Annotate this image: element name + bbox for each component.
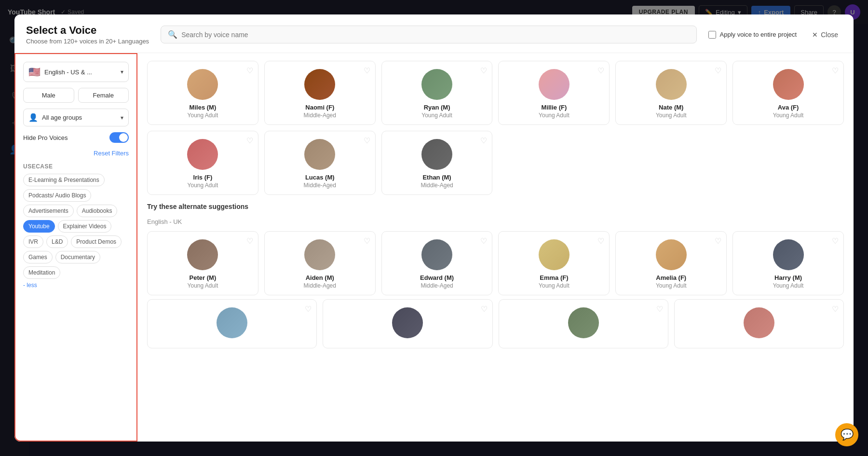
favorite-button[interactable]: ♡ <box>832 304 839 314</box>
modal-header: Select a Voice Choose from 120+ voices i… <box>14 14 854 53</box>
voice-avatar <box>304 139 335 170</box>
voice-age: Middle-Aged <box>387 182 488 189</box>
usecase-tag[interactable]: IVR <box>23 235 43 248</box>
favorite-button[interactable]: ♡ <box>480 136 487 145</box>
favorite-button[interactable]: ♡ <box>597 236 604 246</box>
age-group-text: All age groups <box>42 114 117 121</box>
female-button[interactable]: Female <box>78 88 129 103</box>
hide-pro-label: Hide Pro Voices <box>23 134 68 141</box>
partial-voice-card[interactable]: ♡ <box>323 299 492 348</box>
voice-age: Young Adult <box>738 112 839 119</box>
search-bar[interactable]: 🔍 <box>161 26 696 43</box>
voice-card[interactable]: ♡ Aiden (M) Middle-Aged <box>264 231 376 295</box>
voice-card[interactable]: ♡ Naomi (F) Middle-Aged <box>264 61 376 125</box>
favorite-button[interactable]: ♡ <box>364 66 370 75</box>
favorite-button[interactable]: ♡ <box>364 236 370 246</box>
voice-card[interactable]: ♡ Ava (F) Young Adult <box>732 61 844 125</box>
favorite-button[interactable]: ♡ <box>246 66 253 75</box>
favorite-button[interactable]: ♡ <box>480 236 487 246</box>
close-button[interactable]: ✕ Close <box>808 29 842 41</box>
close-label: Close <box>821 31 838 39</box>
voice-age: Young Adult <box>152 182 253 189</box>
age-chevron-icon: ▾ <box>121 114 123 121</box>
voice-age: Young Adult <box>152 112 253 119</box>
voice-name: Nate (M) <box>621 104 721 111</box>
voice-avatar <box>392 307 423 338</box>
voice-avatar <box>187 139 218 170</box>
chat-bubble[interactable]: 💬 <box>835 423 858 446</box>
voice-card[interactable]: ♡ Ryan (M) Young Adult <box>381 61 493 125</box>
voice-name: Edward (M) <box>387 274 488 281</box>
voice-select-modal: Select a Voice Choose from 120+ voices i… <box>14 14 854 442</box>
modal-body: 🇺🇸 English - US & ... ▾ Male Female 👤 Al… <box>14 53 854 442</box>
favorite-button[interactable]: ♡ <box>480 66 487 75</box>
usecase-tag[interactable]: Meditation <box>23 266 60 279</box>
voice-age: Middle-Aged <box>270 282 370 289</box>
partial-voice-grid: ♡ ♡ ♡ ♡ <box>147 299 844 348</box>
favorite-button[interactable]: ♡ <box>597 66 604 75</box>
favorite-button[interactable]: ♡ <box>656 304 663 314</box>
male-button[interactable]: Male <box>23 88 74 103</box>
voice-name: Emma (F) <box>503 274 604 281</box>
voice-card[interactable]: ♡ Nate (M) Young Adult <box>615 61 727 125</box>
voice-card[interactable]: ♡ Miles (M) Young Adult <box>147 61 258 125</box>
favorite-button[interactable]: ♡ <box>246 236 253 246</box>
reset-filters-link[interactable]: Reset Filters <box>94 150 129 157</box>
voice-card[interactable]: ♡ Iris (F) Young Adult <box>147 131 258 195</box>
usecase-tag[interactable]: Advertisements <box>23 205 74 217</box>
usecase-tag[interactable]: Audiobooks <box>77 205 118 217</box>
alt-voice-grid: ♡ Peter (M) Young Adult ♡ Aiden (M) Midd… <box>147 231 844 295</box>
favorite-button[interactable]: ♡ <box>246 136 253 145</box>
search-input[interactable] <box>181 31 689 39</box>
usecase-tag[interactable]: E-Learning & Presentations <box>23 174 105 186</box>
hide-pro-toggle[interactable] <box>109 132 129 143</box>
voice-name: Aiden (M) <box>270 274 370 281</box>
voice-card[interactable]: ♡ Peter (M) Young Adult <box>147 231 258 295</box>
usecase-tag[interactable]: Podcasts/ Audio Blogs <box>23 189 91 202</box>
voice-avatar <box>304 239 335 270</box>
voice-card[interactable]: ♡ Harry (M) Young Adult <box>732 231 844 295</box>
voice-avatar <box>421 69 452 100</box>
voice-name: Naomi (F) <box>270 104 370 111</box>
usecase-tag[interactable]: Games <box>23 251 53 263</box>
voice-avatar <box>539 239 570 270</box>
usecase-tag[interactable]: Product Demos <box>71 235 122 248</box>
voice-card[interactable]: ♡ Emma (F) Young Adult <box>498 231 610 295</box>
apply-voice-checkbox[interactable] <box>708 31 716 39</box>
voice-card[interactable]: ♡ Amelia (F) Young Adult <box>615 231 727 295</box>
voice-card[interactable]: ♡ Ethan (M) Middle-Aged <box>381 131 493 195</box>
voice-name: Peter (M) <box>152 274 253 281</box>
favorite-button[interactable]: ♡ <box>832 66 839 75</box>
voice-card[interactable]: ♡ Lucas (M) Middle-Aged <box>264 131 376 195</box>
favorite-button[interactable]: ♡ <box>715 236 721 246</box>
usecase-tag[interactable]: L&D <box>46 235 68 248</box>
voice-age: Young Adult <box>503 112 604 119</box>
usecase-tag[interactable]: Documentary <box>55 251 100 263</box>
partial-voice-card[interactable]: ♡ <box>674 299 844 348</box>
favorite-button[interactable]: ♡ <box>715 66 721 75</box>
voice-avatar <box>187 239 218 270</box>
partial-voice-card[interactable]: ♡ <box>147 299 317 348</box>
age-group-select[interactable]: 👤 All age groups ▾ <box>23 109 129 126</box>
favorite-button[interactable]: ♡ <box>832 236 839 246</box>
modal-title-section: Select a Voice Choose from 120+ voices i… <box>26 24 149 45</box>
filter-panel: 🇺🇸 English - US & ... ▾ Male Female 👤 Al… <box>14 53 137 442</box>
usecase-tag[interactable]: Explainer Videos <box>58 220 112 233</box>
usecase-tag[interactable]: Youtube <box>23 220 55 233</box>
voice-age: Young Adult <box>152 282 253 289</box>
favorite-button[interactable]: ♡ <box>305 304 312 314</box>
less-link[interactable]: - less <box>23 282 129 289</box>
voice-name: Millie (F) <box>503 104 604 111</box>
partial-voice-card[interactable]: ♡ <box>499 299 668 348</box>
voice-avatar <box>773 69 804 100</box>
hide-pro-section: Hide Pro Voices <box>23 132 129 143</box>
voice-age: Young Adult <box>738 282 839 289</box>
favorite-button[interactable]: ♡ <box>364 136 370 145</box>
voice-age: Young Adult <box>621 282 721 289</box>
main-voice-grid: ♡ Miles (M) Young Adult ♡ Naomi (F) Midd… <box>147 61 844 195</box>
voice-card[interactable]: ♡ Edward (M) Middle-Aged <box>381 231 493 295</box>
voice-card[interactable]: ♡ Millie (F) Young Adult <box>498 61 610 125</box>
favorite-button[interactable]: ♡ <box>481 304 488 314</box>
gender-buttons: Male Female <box>23 88 129 103</box>
language-select[interactable]: 🇺🇸 English - US & ... ▾ <box>23 62 129 82</box>
